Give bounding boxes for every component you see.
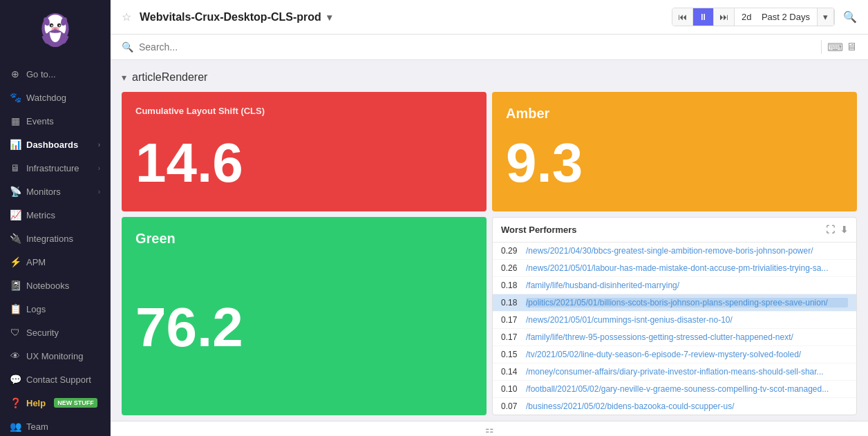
worst-score: 0.18	[501, 281, 526, 290]
search-input[interactable]	[139, 41, 815, 53]
topbar: ☆ Webvitals-Crux-Desktop-CLS-prod ▾ ⏮ ⏸ …	[111, 0, 868, 35]
sidebar-item-logs[interactable]: 📋 Logs	[0, 297, 110, 321]
section-collapse-icon[interactable]: ▾	[122, 72, 126, 83]
worst-score: 0.14	[501, 367, 526, 377]
sidebar-item-label: Security	[26, 328, 59, 338]
sidebar-item-label: Help	[26, 398, 46, 408]
worst-url[interactable]: /tv/2021/05/02/line-duty-season-6-episod…	[526, 350, 848, 359]
team-icon: 👥	[10, 421, 21, 432]
metrics-icon: 📈	[10, 209, 21, 220]
worst-url[interactable]: /politics/2021/05/01/billions-scots-bori…	[526, 298, 848, 307]
sidebar-item-goto[interactable]: ⊕ Go to...	[0, 62, 110, 86]
sidebar-item-metrics[interactable]: 📈 Metrics	[0, 203, 110, 227]
worst-performer-row[interactable]: 0.15/tv/2021/05/02/line-duty-season-6-ep…	[493, 346, 856, 363]
sidebar-item-dashboards[interactable]: 📊 Dashboards ›	[0, 133, 110, 156]
grid-view-icon[interactable]: ⚏	[485, 424, 494, 435]
worst-performer-row[interactable]: 0.26/news/2021/05/01/labour-has-made-mis…	[493, 260, 856, 277]
worst-performer-row[interactable]: 0.10/football/2021/05/02/gary-neville-v-…	[493, 381, 856, 398]
time-range-short: 2d Past 2 Days	[735, 8, 818, 26]
section-header: ▾ articleRenderer	[122, 71, 857, 84]
worst-performer-row[interactable]: 0.18/family/life/husband-disinherited-ma…	[493, 277, 856, 294]
cls-card-title: Cumulative Layout Shift (CLS)	[135, 106, 473, 116]
watchdog-icon: 🐾	[10, 92, 21, 103]
worst-performer-row[interactable]: 0.14/money/consumer-affairs/diary-privat…	[493, 363, 856, 381]
worst-score: 0.18	[501, 298, 526, 307]
worst-url[interactable]: /news/2021/05/01/labour-has-made-mistake…	[526, 263, 848, 273]
sidebar-item-label: Events	[26, 116, 54, 126]
sidebar-item-team[interactable]: 👥 Team	[0, 415, 110, 436]
download-icon[interactable]: ⬇	[840, 225, 848, 235]
sidebar-item-help[interactable]: ❓ Help NEW STUFF	[0, 391, 110, 415]
green-metric-card: Green 76.2	[122, 217, 487, 415]
amber-metric-card: Amber 9.3	[492, 92, 857, 211]
green-card-label: Green	[135, 231, 473, 247]
sidebar-item-support[interactable]: 💬 Contact Support	[0, 368, 110, 391]
worst-url[interactable]: /news/2021/05/01/cummings-isnt-genius-di…	[526, 315, 848, 325]
worst-performer-row[interactable]: 0.17/news/2021/05/01/cummings-isnt-geniu…	[493, 312, 856, 329]
worst-performer-row[interactable]: 0.07/business/2021/05/02/bidens-bazooka-…	[493, 398, 856, 415]
dashboard-content: ▾ articleRenderer Cumulative Layout Shif…	[111, 60, 868, 421]
cls-metric-card: Cumulative Layout Shift (CLS) 14.6	[122, 92, 487, 211]
chevron-right-icon: ›	[98, 188, 100, 196]
worst-score: 0.17	[501, 332, 526, 342]
sidebar-item-label: Notebooks	[26, 281, 69, 291]
sidebar-item-label: Go to...	[26, 69, 56, 79]
worst-performers-table: 0.29/news/2021/04/30/bbcs-greatest-singl…	[493, 243, 856, 415]
sidebar-item-notebooks[interactable]: 📓 Notebooks	[0, 274, 110, 297]
chevron-right-icon: ›	[98, 164, 100, 172]
worst-score: 0.10	[501, 384, 526, 394]
worst-url[interactable]: /family/life/threw-95-possessions-gettin…	[526, 332, 848, 342]
worst-url[interactable]: /business/2021/05/02/bidens-bazooka-coul…	[526, 401, 848, 411]
sidebar-item-label: Team	[26, 421, 48, 432]
worst-score: 0.07	[501, 401, 526, 411]
search-divider	[821, 40, 822, 54]
worst-performer-row[interactable]: 0.18/politics/2021/05/01/billions-scots-…	[493, 294, 856, 312]
section-title: articleRenderer	[132, 71, 207, 84]
worst-performers-title: Worst Performers	[501, 225, 577, 235]
keyboard-icon: ⌨	[827, 41, 843, 54]
sidebar-item-monitors[interactable]: 📡 Monitors ›	[0, 180, 110, 203]
amber-card-label: Amber	[506, 106, 843, 122]
worst-performer-row[interactable]: 0.29/news/2021/04/30/bbcs-greatest-singl…	[493, 243, 856, 260]
time-play-pause-button[interactable]: ⏸	[693, 8, 714, 26]
sidebar-item-security[interactable]: 🛡 Security	[0, 321, 110, 344]
apm-icon: ⚡	[10, 256, 21, 267]
worst-score: 0.15	[501, 350, 526, 359]
worst-url[interactable]: /money/consumer-affairs/diary-private-in…	[526, 367, 848, 377]
worst-url[interactable]: /football/2021/05/02/gary-neville-v-grae…	[526, 384, 848, 394]
goto-icon: ⊕	[10, 68, 21, 79]
worst-url[interactable]: /news/2021/04/30/bbcs-greatest-single-am…	[526, 246, 848, 256]
logs-icon: 📋	[10, 303, 21, 314]
favorite-star-icon[interactable]: ☆	[122, 10, 131, 23]
sidebar-item-infrastructure[interactable]: 🖥 Infrastructure ›	[0, 156, 110, 180]
search-icon[interactable]: 🔍	[843, 10, 857, 23]
worst-performer-row[interactable]: 0.17/family/life/threw-95-possessions-ge…	[493, 329, 856, 346]
sidebar-item-label: Infrastructure	[26, 163, 79, 173]
worst-score: 0.26	[501, 263, 526, 273]
sidebar-item-ux[interactable]: 👁 UX Monitoring	[0, 344, 110, 368]
bottom-bar: ⚏	[111, 421, 868, 436]
ux-icon: 👁	[10, 350, 21, 361]
worst-url[interactable]: /family/life/husband-disinherited-marryi…	[526, 281, 848, 290]
time-range-dropdown-button[interactable]: ▾	[818, 8, 834, 26]
sidebar-item-label: Watchdog	[26, 93, 66, 103]
expand-icon[interactable]: ⛶	[826, 225, 835, 235]
keyboard-shortcut-icons: ⌨ 🖥	[827, 41, 857, 54]
worst-score: 0.29	[501, 246, 526, 256]
worst-performers-card: Worst Performers ⛶ ⬇ 0.29/news/2021/04/3…	[492, 217, 857, 415]
worst-performers-header: Worst Performers ⛶ ⬇	[493, 218, 856, 243]
time-next-button[interactable]: ⏭	[714, 8, 735, 26]
svg-point-5	[59, 25, 60, 26]
amber-card-value: 9.3	[506, 122, 843, 198]
sidebar-item-apm[interactable]: ⚡ APM	[0, 250, 110, 274]
sidebar-item-label: UX Monitoring	[26, 351, 83, 361]
sidebar-item-integrations[interactable]: 🔌 Integrations	[0, 227, 110, 250]
sidebar-item-watchdog[interactable]: 🐾 Watchdog	[0, 86, 110, 109]
sidebar-item-label: Dashboards	[26, 140, 78, 150]
title-chevron-icon[interactable]: ▾	[327, 12, 332, 23]
sidebar-item-events[interactable]: ▦ Events	[0, 109, 110, 133]
worst-performers-actions: ⛶ ⬇	[826, 225, 848, 235]
sidebar-item-label: Monitors	[26, 187, 61, 197]
cls-card-value: 14.6	[135, 122, 473, 198]
time-prev-button[interactable]: ⏮	[672, 8, 693, 26]
